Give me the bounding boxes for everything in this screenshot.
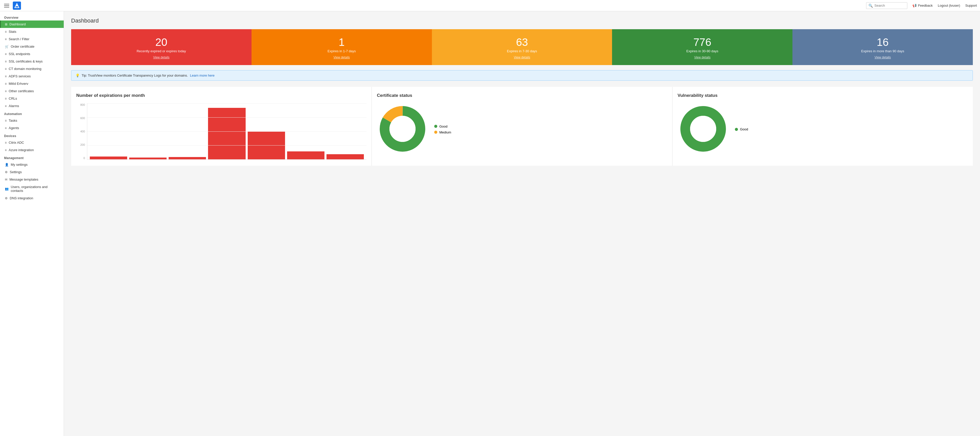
sidebar-item-label: DNS integration — [10, 196, 33, 200]
sidebar-item-tasks[interactable]: ≡ Tasks — [0, 117, 64, 124]
sidebar-item-settings[interactable]: ⚙ Settings — [0, 168, 64, 176]
main-content: Dashboard 20 Recently expired or expires… — [64, 11, 980, 436]
legend-medium-label: Medium — [439, 130, 451, 134]
sidebar-item-label: MitId Erhverv — [9, 82, 29, 86]
tasks-icon: ≡ — [5, 119, 6, 123]
card-number: 1 — [339, 37, 345, 48]
search-input[interactable] — [874, 3, 905, 8]
cert-medium-pct-label: 16.9% — [398, 117, 406, 120]
sidebar-item-alarms[interactable]: ≡ Alarms — [0, 102, 64, 110]
card-label: Expires in 7-30 days — [507, 49, 537, 53]
card-label: Recently expired or expires today — [137, 49, 186, 53]
order-cert-icon: 🛒 — [5, 45, 9, 48]
vuln-status-title: Vulnerability status — [678, 93, 968, 98]
legend-good: Good — [434, 125, 451, 128]
sidebar-item-ssl-certs-keys[interactable]: ≡ SSL certificates & keys — [0, 57, 64, 65]
vuln-status-legend: Good — [735, 127, 748, 131]
app-logo — [13, 2, 21, 10]
bar-2[interactable] — [129, 158, 167, 159]
stats-icon: ≡ — [5, 30, 6, 34]
sidebar-item-agents[interactable]: ≡ Agents — [0, 124, 64, 132]
sidebar-item-mitid[interactable]: ≡ MitId Erhverv — [0, 80, 64, 87]
logout-link[interactable]: Logout (tvuser) — [938, 3, 960, 8]
sidebar-item-label: Stats — [9, 30, 16, 34]
sidebar-item-adfs[interactable]: ≡ ADFS services — [0, 72, 64, 80]
ssl-certs-icon: ≡ — [5, 60, 6, 63]
vuln-donut-hole — [690, 116, 716, 142]
sidebar-item-message-templates[interactable]: ✉ Message templates — [0, 176, 64, 183]
y-label-400: 400 — [80, 130, 85, 133]
automation-section-label: Automation — [0, 110, 64, 117]
card-view-details-link[interactable]: View details — [153, 56, 169, 59]
search-container[interactable]: 🔍 — [866, 2, 907, 9]
sidebar-item-dashboard[interactable]: ⊞ Dashboard — [0, 21, 64, 28]
main-layout: Overview ⊞ Dashboard ≡ Stats ≡ Search / … — [0, 11, 980, 436]
card-number: 776 — [694, 37, 711, 48]
feedback-icon: 📢 — [912, 3, 916, 8]
sidebar-item-label: Agents — [9, 126, 19, 130]
sidebar-item-dns-integration[interactable]: ⚙ DNS integration — [0, 195, 64, 202]
summary-card-90plus-days[interactable]: 16 Expires in more than 90 days View det… — [792, 29, 973, 65]
vuln-legend-good-label: Good — [740, 127, 748, 131]
adfs-icon: ≡ — [5, 75, 6, 78]
bar-1[interactable] — [90, 157, 127, 159]
legend-medium-dot — [434, 131, 437, 134]
card-number: 16 — [877, 37, 889, 48]
sidebar-item-other-certs[interactable]: ≡ Other certificates — [0, 87, 64, 95]
vuln-donut-wrapper — [678, 103, 729, 155]
sidebar-item-ssl-endpoints[interactable]: ≡ SSL endpoints — [0, 50, 64, 57]
sidebar-item-crls[interactable]: ≡ CRLs — [0, 95, 64, 102]
bar-4[interactable] — [208, 108, 245, 159]
sidebar-item-order-certificate[interactable]: 🛒 Order certificate — [0, 43, 64, 50]
card-number: 20 — [155, 37, 167, 48]
sidebar-item-label: SSL endpoints — [9, 52, 30, 56]
card-view-details-link[interactable]: View details — [333, 56, 350, 59]
vuln-status-donut-svg — [678, 103, 729, 155]
summary-card-30-90days[interactable]: 776 Expires in 30-90 days View details — [612, 29, 792, 65]
sidebar: Overview ⊞ Dashboard ≡ Stats ≡ Search / … — [0, 11, 64, 436]
cert-good-pct-label: 83.2% — [395, 134, 403, 137]
azure-icon: ≡ — [5, 149, 6, 152]
cert-donut-wrapper: 83.2% 16.9% — [377, 103, 428, 155]
summary-card-expired[interactable]: 20 Recently expired or expires today Vie… — [71, 29, 251, 65]
sidebar-item-label: ADFS services — [9, 74, 31, 78]
legend-good-dot — [434, 125, 437, 128]
sidebar-item-stats[interactable]: ≡ Stats — [0, 28, 64, 35]
y-label-800: 800 — [80, 103, 85, 106]
summary-card-1-7days[interactable]: 1 Expires in 1-7 days View details — [251, 29, 432, 65]
alarms-icon: ≡ — [5, 104, 6, 108]
tip-learn-more-link[interactable]: Learn more here — [190, 73, 215, 77]
sidebar-item-search-filter[interactable]: ≡ Search / Filter — [0, 35, 64, 43]
sidebar-item-label: CT domain monitoring — [9, 67, 41, 71]
bar-3[interactable] — [169, 157, 206, 159]
topbar-left — [3, 2, 21, 10]
sidebar-item-label: Alarms — [9, 104, 19, 108]
bar-7[interactable] — [326, 154, 364, 159]
y-label-200: 200 — [80, 143, 85, 146]
ssl-endpoints-icon: ≡ — [5, 52, 6, 56]
dns-icon: ⚙ — [5, 196, 8, 200]
tip-box: 💡 Tip: TrustView monitors Certificate Tr… — [71, 70, 973, 81]
card-view-details-link[interactable]: View details — [694, 56, 711, 59]
sidebar-item-users-org[interactable]: 👥 Users, organizations and contacts — [0, 183, 64, 195]
feedback-link[interactable]: 📢 Feedback — [912, 3, 933, 8]
ct-domain-icon: ≡ — [5, 67, 6, 71]
tip-text: Tip: TrustView monitors Certificate Tran… — [82, 73, 188, 77]
card-view-details-link[interactable]: View details — [875, 56, 891, 59]
card-label: Expires in 30-90 days — [686, 49, 718, 53]
support-link[interactable]: Support — [965, 3, 977, 8]
hamburger-menu[interactable] — [3, 3, 10, 8]
summary-card-7-30days[interactable]: 63 Expires in 7-30 days View details — [432, 29, 612, 65]
sidebar-item-azure-integration[interactable]: ≡ Azure integration — [0, 146, 64, 154]
y-label-0: 0 — [83, 157, 85, 160]
bar-6[interactable] — [287, 152, 325, 159]
card-view-details-link[interactable]: View details — [514, 56, 530, 59]
cert-status-title: Certificate status — [377, 93, 667, 98]
sidebar-item-label: Dashboard — [10, 22, 26, 26]
sidebar-item-ct-domain[interactable]: ≡ CT domain monitoring — [0, 65, 64, 72]
sidebar-item-my-settings[interactable]: 👤 My settings — [0, 161, 64, 168]
tip-bulb-icon: 💡 — [75, 73, 80, 77]
sidebar-item-citrix-adc[interactable]: ≡ Citrix ADC — [0, 139, 64, 146]
users-icon: 👥 — [5, 187, 9, 191]
sidebar-item-label: CRLs — [9, 97, 17, 101]
